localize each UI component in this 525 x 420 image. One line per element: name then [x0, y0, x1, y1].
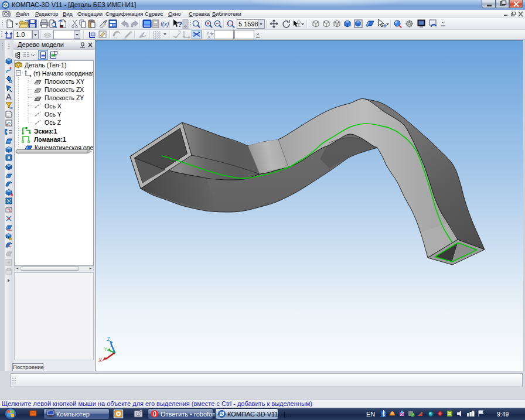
svg-text:Z: Z: [106, 336, 110, 342]
svg-text:Плоскость ZY: Плоскость ZY: [45, 94, 84, 101]
svg-text:5.1598: 5.1598: [238, 21, 258, 28]
svg-text:Ответить • roboforu...: Ответить • roboforu...: [161, 411, 223, 418]
svg-text:Ось X: Ось X: [45, 103, 62, 110]
svg-text:Ось Y: Ось Y: [45, 111, 62, 118]
svg-text:X: X: [98, 357, 103, 363]
svg-text:1.0: 1.0: [16, 31, 25, 38]
svg-text:EN: EN: [366, 411, 375, 418]
svg-text:Ломаная:1: Ломаная:1: [34, 136, 66, 143]
svg-text:Плоскость ZX: Плоскость ZX: [45, 86, 84, 93]
svg-text:Плоскость XY: Плоскость XY: [45, 78, 84, 85]
svg-text:Эскиз:1: Эскиз:1: [34, 128, 57, 135]
svg-text:Y: Y: [104, 346, 108, 352]
svg-text:?: ?: [178, 20, 182, 29]
svg-text:Компьютер: Компьютер: [56, 411, 90, 418]
svg-text:9:49: 9:49: [497, 411, 509, 418]
svg-text:X: X: [207, 35, 211, 40]
svg-text:КОМПАС-3D V11 - [...: КОМПАС-3D V11 - [...: [227, 411, 291, 418]
svg-text:Деталь (Тел-1): Деталь (Тел-1): [25, 62, 66, 69]
svg-text:f(x): f(x): [161, 21, 169, 28]
svg-text:Ось Z: Ось Z: [45, 119, 62, 126]
svg-text:(т) Начало координат: (т) Начало координат: [33, 70, 93, 77]
